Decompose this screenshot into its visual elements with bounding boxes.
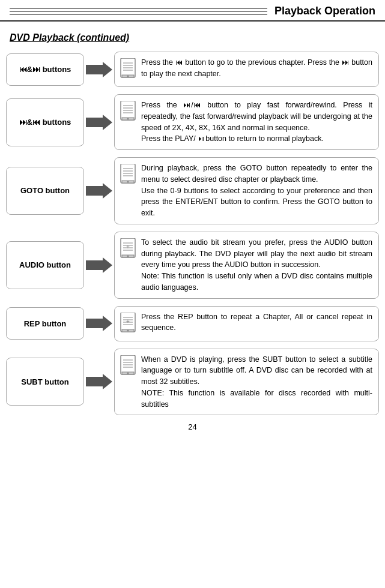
header-line-3 [10,14,267,15]
label-goto-button: GOTO button [6,167,84,215]
arrow-goto [84,182,114,199]
content-rep: + Press the REP button to repeat a Chapt… [114,306,379,341]
dvd-icon-2 [120,101,136,124]
svg-point-40 [127,329,129,331]
label-prev-next-text: ⏮&⏭ buttons [19,65,71,74]
content-ff-rew-text: Press the ⏭/⏮ button to play fast forwar… [141,100,372,145]
label-goto-text: GOTO button [20,186,70,195]
arrow-prev-next [84,61,114,78]
arrow-audio [84,257,114,274]
svg-marker-16 [86,183,112,199]
content-prev-next-text: Press the ⏮ button to go to the previous… [141,57,372,80]
content-audio-text: To select the audio bit stream you prefe… [141,237,372,293]
content-subt: When a DVD is playing, press the SUBT bu… [114,349,379,416]
content-goto-text: During playback, press the GOTO button r… [141,163,372,219]
svg-text:+: + [126,244,130,250]
arrow-subt [84,373,114,390]
label-subt-button: SUBT button [6,358,84,406]
dvd-icon-1 [120,58,136,82]
label-ff-rew-buttons: ⏭&⏮ buttons [6,98,84,146]
svg-marker-8 [86,115,112,130]
svg-text:+: + [126,318,130,325]
svg-point-49 [127,372,129,374]
label-rep-text: REP button [24,319,67,328]
content-subt-text: When a DVD is playing, press the SUBT bu… [141,354,372,410]
svg-point-23 [127,181,129,183]
row-ff-rew: ⏭&⏮ buttons Press the ⏭/⏮ button to play… [6,94,379,150]
content-goto: During playback, press the GOTO button r… [114,157,379,224]
page-number: 24 [0,422,385,431]
dvd-icon-6 [120,355,136,379]
content-prev-next: Press the ⏮ button to go to the previous… [114,52,379,87]
arrow-rep [84,315,114,332]
label-audio-button: AUDIO button [6,241,84,289]
svg-point-7 [127,76,129,77]
label-rep-button: REP button [6,307,84,340]
header-line-1 [10,8,267,9]
label-subt-text: SUBT button [21,377,68,386]
header-decoration [10,8,267,15]
svg-marker-0 [86,62,112,77]
svg-marker-33 [86,316,112,331]
arrow-ff-rew [84,114,114,131]
page-title: Playback Operation [274,5,375,17]
row-prev-next: ⏮&⏭ buttons Press the ⏮ button to go to … [6,52,379,87]
label-prev-next-buttons: ⏮&⏭ buttons [6,53,84,86]
svg-point-15 [127,118,129,120]
row-rep: REP button + Press the REP button to rep… [6,306,379,341]
row-audio: AUDIO button + To select the audio bit s… [6,232,379,299]
content-ff-rew: Press the ⏭/⏮ button to play fast forwar… [114,94,379,150]
row-goto: GOTO button During playback, press the G… [6,157,379,224]
row-subt: SUBT button When a DVD is playing, press… [6,349,379,416]
dvd-icon-4: + [120,238,136,262]
svg-marker-42 [86,374,112,389]
dvd-icon-5: + [120,313,136,336]
label-audio-text: AUDIO button [19,260,71,269]
content-rep-text: Press the REP button to repeat a Chapter… [141,311,372,334]
dvd-icon-3 [120,164,136,187]
svg-marker-24 [86,257,112,273]
page-header: Playback Operation [0,0,385,22]
content-audio: + To select the audio bit stream you pre… [114,232,379,299]
label-ff-rew-text: ⏭&⏮ buttons [19,118,71,127]
svg-point-31 [127,255,129,257]
header-line-2 [10,11,267,12]
section-title: DVD Playback (continued) [10,32,375,43]
